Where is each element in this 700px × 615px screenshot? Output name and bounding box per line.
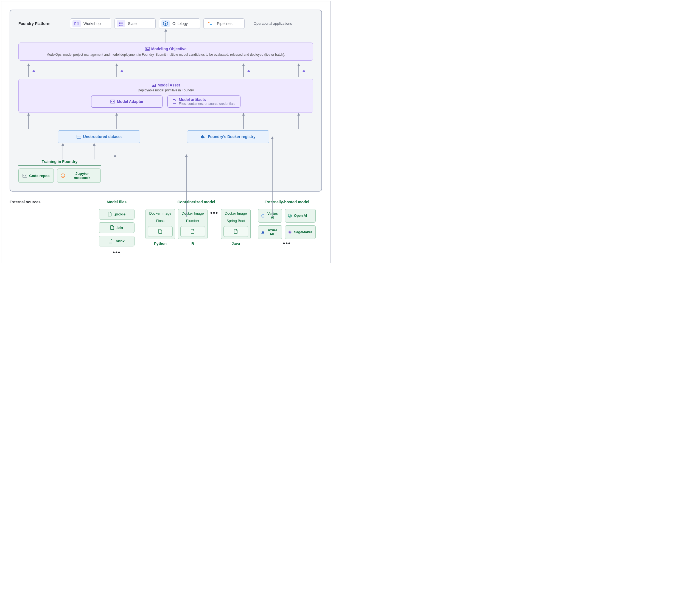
svg-marker-32	[297, 63, 300, 66]
lang-label: Python	[146, 241, 175, 246]
code-repos-box: Code repos	[18, 168, 54, 183]
window-icon	[77, 135, 81, 139]
vertex-icon	[261, 214, 264, 218]
file-icon	[191, 229, 195, 234]
svg-marker-48	[185, 154, 188, 157]
arrow-icon	[185, 154, 188, 217]
tile-pipelines: Pipelines	[203, 18, 245, 29]
docker-inner-file	[223, 226, 248, 237]
file-ext-label: .onnx	[115, 239, 125, 243]
arrow-icon	[61, 143, 65, 160]
file-icon	[159, 229, 162, 234]
training-item-label: Jupyter notebook	[67, 172, 97, 180]
arrow-icon	[241, 63, 246, 77]
chart-icon	[120, 68, 123, 72]
arrow-icon	[163, 29, 168, 42]
docker-card-python: Docker Image Flask	[146, 209, 175, 239]
docker-registry-label: Foundry's Docker registry	[208, 135, 255, 139]
svg-marker-42	[62, 143, 64, 146]
arrow-icon	[297, 113, 301, 129]
docker-image-label: Docker Image	[148, 211, 173, 215]
hosted-heading: Externally-hosted model	[258, 200, 316, 206]
svg-point-51	[288, 214, 291, 217]
model-file-item: .bin	[99, 222, 135, 233]
chart-icon	[302, 68, 305, 72]
modeling-objective-panel: Modeling Objective ModelOps, model proje…	[18, 42, 313, 61]
file-icon	[108, 212, 112, 216]
training-item-label: Code repos	[29, 174, 49, 178]
ellipsis-icon: •••	[210, 209, 218, 214]
model-adapter-pill: Model Adapter	[91, 96, 163, 108]
arrow-icon	[297, 63, 301, 77]
svg-marker-40	[297, 113, 300, 115]
lang-label: Java	[221, 241, 251, 246]
jupyter-icon	[61, 174, 65, 178]
tile-label: Slate	[128, 22, 137, 26]
modeling-objective-title: Modeling Objective	[151, 47, 186, 51]
arrow-icon	[27, 63, 30, 77]
svg-marker-30	[242, 63, 245, 66]
workshop-icon	[73, 20, 81, 27]
model-artifacts-sub: Files, containers, or source credentials	[179, 102, 235, 106]
file-icon	[234, 229, 238, 234]
model-asset-sub: Deployable model primitive in Foundry	[24, 88, 308, 92]
model-artifacts-pill: Model artifacts Files, containers, or so…	[167, 96, 240, 108]
pipelines-icon	[206, 20, 214, 27]
hosted-label: Open AI	[294, 214, 307, 218]
file-ext-label: .bin	[116, 226, 123, 230]
file-icon	[109, 239, 113, 243]
arrow-icon	[241, 113, 246, 129]
externally-hosted-group: Externally-hosted model Vertex AI Open A…	[258, 200, 316, 244]
operational-apps-label: Operational applications	[248, 22, 292, 26]
hosted-item-vertex: Vertex AI	[258, 209, 282, 223]
tile-label: Workshop	[84, 22, 101, 26]
svg-point-52	[289, 215, 291, 216]
chart-icon	[151, 83, 156, 87]
containerized-heading: Containerized model	[146, 200, 247, 206]
svg-marker-44	[93, 143, 96, 146]
svg-marker-24	[164, 29, 167, 32]
code-icon	[110, 99, 115, 104]
chart-icon	[32, 68, 35, 72]
svg-marker-36	[115, 113, 118, 115]
docker-framework-label: Plumber	[180, 219, 205, 223]
arrow-icon	[113, 154, 117, 217]
foundry-platform-panel: Foundry Platform Workshop Slate Ontology…	[10, 10, 322, 191]
modeling-objective-sub: ModelOps, model project management and m…	[24, 53, 308, 57]
tile-workshop: Workshop	[70, 18, 111, 29]
arrow-icon	[92, 143, 96, 160]
tile-label: Pipelines	[217, 22, 233, 26]
docker-framework-label: Flask	[148, 219, 173, 223]
hosted-label: Azure ML	[266, 228, 279, 236]
docker-image-label: Docker Image	[180, 211, 205, 215]
ellipsis-icon: •••	[258, 239, 316, 244]
slate-icon	[117, 20, 125, 27]
hosted-item-openai: Open AI	[285, 209, 316, 223]
containerized-group: Containerized model Docker Image Flask P…	[146, 200, 247, 246]
docker-card-r: Docker Image Plumber	[178, 209, 208, 239]
docker-icon	[201, 135, 205, 139]
model-asset-title: Model Asset	[158, 83, 180, 87]
lang-label: R	[178, 241, 208, 246]
hosted-label: SageMaker	[294, 230, 312, 234]
docker-framework-label: Spring Boot	[223, 219, 248, 223]
file-icon	[173, 99, 176, 104]
ellipsis-icon: •••	[99, 249, 135, 255]
unstructured-dataset-box: Unstructured dataset	[58, 130, 140, 143]
svg-marker-26	[27, 63, 30, 66]
ontology-icon	[161, 20, 170, 27]
external-sources-label: External sources	[10, 200, 56, 204]
svg-point-54	[289, 231, 291, 233]
sagemaker-icon	[288, 230, 292, 234]
jupyter-notebook-box: Jupyter notebook	[57, 168, 101, 183]
arrow-icon	[27, 113, 30, 129]
picture-icon	[145, 47, 150, 51]
svg-marker-46	[114, 154, 116, 157]
svg-marker-34	[27, 113, 30, 115]
model-artifacts-title: Model artifacts	[179, 98, 206, 102]
training-heading: Training in Foundry	[18, 160, 101, 166]
docker-card-java: Docker Image Spring Boot	[221, 209, 251, 239]
tile-ontology: Ontology	[159, 18, 200, 29]
docker-inner-file	[148, 226, 173, 237]
code-icon	[23, 174, 27, 178]
